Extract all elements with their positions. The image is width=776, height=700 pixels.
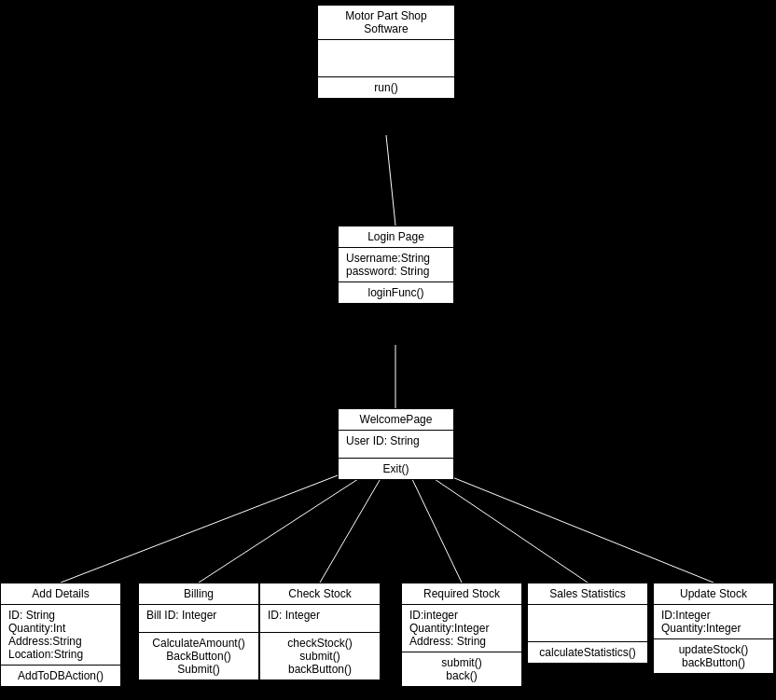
add-details-class-box: Add Details ID: StringQuantity:IntAddres… bbox=[0, 583, 121, 687]
sales-statistics-title: Sales Statistics bbox=[528, 583, 647, 605]
login-attrs: Username:Stringpassword: String bbox=[339, 248, 453, 282]
main-methods: run() bbox=[318, 77, 454, 98]
check-stock-attrs: ID: Integer bbox=[260, 605, 380, 633]
check-stock-class-box: Check Stock ID: Integer checkStock()subm… bbox=[259, 583, 381, 680]
required-stock-attrs: ID:integerQuantity:IntegerAddress: Strin… bbox=[402, 605, 521, 652]
update-stock-methods-text: updateStock()backButton() bbox=[679, 643, 749, 669]
update-stock-attrs: ID:IntegerQuantity:Integer bbox=[654, 605, 773, 639]
required-stock-methods: submit()back() bbox=[402, 652, 521, 686]
check-stock-methods-text: checkStock()submit()backButton() bbox=[287, 637, 352, 676]
svg-line-4 bbox=[320, 475, 382, 583]
add-details-methods: AddToDBAction() bbox=[1, 666, 120, 686]
update-stock-title: Update Stock bbox=[654, 583, 773, 605]
check-stock-title: Check Stock bbox=[260, 583, 380, 605]
sales-statistics-attrs bbox=[528, 605, 647, 642]
svg-line-7 bbox=[448, 475, 714, 583]
update-stock-attrs-text: ID:IntegerQuantity:Integer bbox=[661, 609, 741, 635]
billing-attrs: Bill ID: Integer bbox=[139, 605, 258, 633]
billing-title: Billing bbox=[139, 583, 258, 605]
login-title: Login Page bbox=[339, 226, 453, 248]
add-details-attrs-text: ID: StringQuantity:IntAddress:StringLoca… bbox=[8, 609, 83, 661]
login-methods: loginFunc() bbox=[339, 282, 453, 303]
sales-statistics-methods: calculateStatistics() bbox=[528, 642, 647, 663]
svg-line-3 bbox=[199, 475, 364, 583]
main-attrs bbox=[318, 40, 454, 77]
sales-statistics-class-box: Sales Statistics calculateStatistics() bbox=[527, 583, 648, 664]
required-stock-class-box: Required Stock ID:integerQuantity:Intege… bbox=[401, 583, 522, 687]
welcome-class-box: WelcomePage User ID: String Exit() bbox=[338, 408, 454, 480]
svg-line-0 bbox=[386, 135, 395, 226]
required-stock-title: Required Stock bbox=[402, 583, 521, 605]
required-stock-attrs-text: ID:integerQuantity:IntegerAddress: Strin… bbox=[409, 609, 489, 648]
main-title: Motor Part Shop Software bbox=[318, 6, 454, 40]
svg-line-2 bbox=[61, 475, 338, 583]
welcome-methods: Exit() bbox=[339, 459, 453, 479]
login-class-box: Login Page Username:Stringpassword: Stri… bbox=[338, 226, 454, 304]
add-details-attrs: ID: StringQuantity:IntAddress:StringLoca… bbox=[1, 605, 120, 666]
svg-line-6 bbox=[429, 475, 588, 583]
check-stock-methods: checkStock()submit()backButton() bbox=[260, 633, 380, 679]
billing-methods-text: CalculateAmount()BackButton()Submit() bbox=[152, 637, 244, 676]
update-stock-methods: updateStock()backButton() bbox=[654, 639, 773, 673]
update-stock-class-box: Update Stock ID:IntegerQuantity:Integer … bbox=[653, 583, 774, 674]
welcome-title: WelcomePage bbox=[339, 409, 453, 431]
login-attrs-text: Username:Stringpassword: String bbox=[346, 252, 430, 278]
svg-line-5 bbox=[410, 475, 462, 583]
billing-methods: CalculateAmount()BackButton()Submit() bbox=[139, 633, 258, 679]
billing-class-box: Billing Bill ID: Integer CalculateAmount… bbox=[138, 583, 259, 680]
diagram-container: Motor Part Shop Software run() Login Pag… bbox=[0, 0, 776, 700]
add-details-title: Add Details bbox=[1, 583, 120, 605]
welcome-attrs: User ID: String bbox=[339, 431, 453, 459]
main-class-box: Motor Part Shop Software run() bbox=[317, 5, 455, 99]
required-stock-methods-text: submit()back() bbox=[441, 656, 481, 682]
